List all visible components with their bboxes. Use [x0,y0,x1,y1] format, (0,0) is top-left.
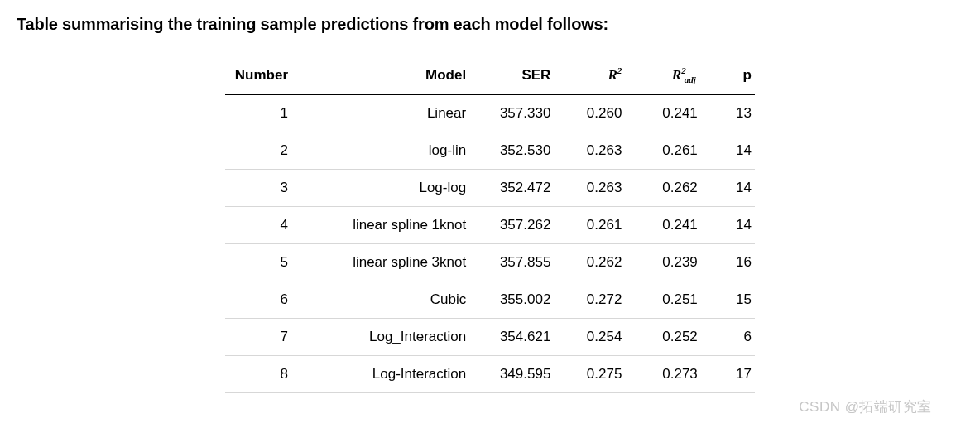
header-r2adj: R2adj [630,57,705,95]
cell-r2: 0.260 [559,95,630,132]
table-row: 8 Log-Interaction 349.595 0.275 0.273 17 [225,356,755,393]
cell-ser: 357.330 [474,95,559,132]
table-row: 6 Cubic 355.002 0.272 0.251 15 [225,281,755,319]
cell-r2: 0.254 [559,319,630,356]
cell-model: linear spline 3knot [296,244,474,281]
cell-p: 15 [706,281,755,319]
table-row: 4 linear spline 1knot 357.262 0.261 0.24… [225,207,755,244]
cell-ser: 349.595 [474,356,559,393]
cell-p: 14 [706,132,755,170]
cell-number: 1 [225,95,296,132]
header-number: Number [225,57,296,95]
cell-r2adj: 0.273 [630,356,705,393]
cell-ser: 354.621 [474,319,559,356]
cell-number: 6 [225,281,296,319]
cell-p: 6 [706,319,755,356]
cell-r2: 0.262 [559,244,630,281]
cell-ser: 357.262 [474,207,559,244]
cell-ser: 357.855 [474,244,559,281]
cell-ser: 355.002 [474,281,559,319]
header-r2: R2 [559,57,630,95]
cell-r2adj: 0.241 [630,207,705,244]
cell-number: 2 [225,132,296,170]
cell-r2adj: 0.261 [630,132,705,170]
cell-r2adj: 0.239 [630,244,705,281]
cell-r2adj: 0.241 [630,95,705,132]
results-table: Number Model SER R2 R2adj p 1 Linear 357… [225,57,755,393]
cell-model: log-lin [296,132,474,170]
cell-number: 8 [225,356,296,393]
table-row: 3 Log-log 352.472 0.263 0.262 14 [225,170,755,207]
cell-p: 14 [706,170,755,207]
header-model: Model [296,57,474,95]
cell-r2: 0.263 [559,132,630,170]
table-body: 1 Linear 357.330 0.260 0.241 13 2 log-li… [225,95,755,393]
table-row: 1 Linear 357.330 0.260 0.241 13 [225,95,755,132]
table-container: Number Model SER R2 R2adj p 1 Linear 357… [225,57,755,393]
cell-number: 5 [225,244,296,281]
cell-r2: 0.275 [559,356,630,393]
cell-p: 13 [706,95,755,132]
cell-r2adj: 0.252 [630,319,705,356]
table-row: 2 log-lin 352.530 0.263 0.261 14 [225,132,755,170]
cell-ser: 352.472 [474,170,559,207]
page-title: Table summarising the training sample pr… [17,15,963,34]
table-row: 7 Log_Interaction 354.621 0.254 0.252 6 [225,319,755,356]
cell-p: 16 [706,244,755,281]
header-ser: SER [474,57,559,95]
table-row: 5 linear spline 3knot 357.855 0.262 0.23… [225,244,755,281]
cell-model: Log_Interaction [296,319,474,356]
cell-r2: 0.263 [559,170,630,207]
cell-p: 17 [706,356,755,393]
cell-r2adj: 0.251 [630,281,705,319]
cell-r2adj: 0.262 [630,170,705,207]
cell-number: 4 [225,207,296,244]
cell-model: Log-Interaction [296,356,474,393]
header-p: p [706,57,755,95]
cell-ser: 352.530 [474,132,559,170]
cell-number: 7 [225,319,296,356]
watermark-text: CSDN @拓端研究室 [799,397,932,416]
cell-r2: 0.261 [559,207,630,244]
cell-model: Linear [296,95,474,132]
cell-model: linear spline 1knot [296,207,474,244]
cell-number: 3 [225,170,296,207]
cell-p: 14 [706,207,755,244]
table-header-row: Number Model SER R2 R2adj p [225,57,755,95]
cell-r2: 0.272 [559,281,630,319]
cell-model: Log-log [296,170,474,207]
cell-model: Cubic [296,281,474,319]
